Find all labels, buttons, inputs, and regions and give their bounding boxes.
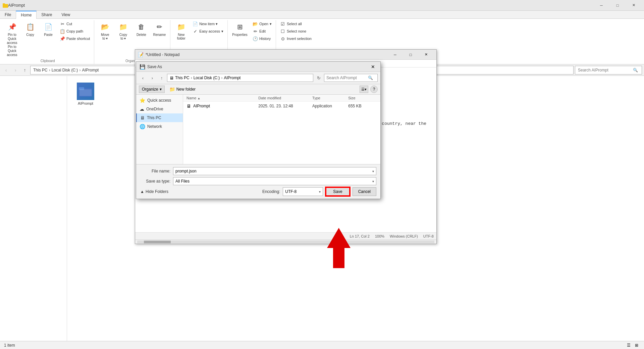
encoding-select[interactable]: UTF-8 ▾	[283, 187, 323, 196]
dialog-help-button[interactable]: ?	[370, 86, 378, 93]
dialog-nav-onedrive[interactable]: ☁ OneDrive	[136, 105, 183, 113]
tab-home[interactable]: Home	[16, 11, 37, 19]
dialog-search-box[interactable]: 🔍	[324, 74, 378, 82]
properties-button[interactable]: ⊞ Properties	[230, 20, 250, 38]
dialog-search-input[interactable]	[326, 76, 367, 80]
open-small-btns: 📂 Open ▾ ✏ Edit 🕐 History	[251, 20, 274, 42]
scrollbar-thumb[interactable]	[144, 241, 171, 243]
new-folder-dialog-button[interactable]: 📁 New folder	[167, 86, 198, 93]
save-as-icon: 💾	[140, 64, 145, 69]
minimize-button[interactable]: ─	[594, 1, 609, 10]
copy-to-button[interactable]: 📁 Copyto ▾	[114, 20, 132, 42]
dialog-path-local-disk[interactable]: Local Disk (C:)	[194, 76, 220, 80]
details-view-button[interactable]: ☰	[625, 342, 632, 349]
up-button[interactable]: ↑	[21, 66, 29, 74]
dialog-close-button[interactable]: ✕	[369, 63, 377, 71]
new-folder-icon: 📁	[176, 21, 186, 32]
dialog-up-button[interactable]: ↑	[158, 74, 166, 82]
history-button[interactable]: 🕐 History	[251, 35, 274, 42]
dialog-file-item[interactable]: 🖥 AIPrompt 2025. 01. 23. 12:48 Applicati…	[183, 102, 380, 110]
dialog-forward-button[interactable]: ›	[148, 74, 156, 82]
notepad-minimize-button[interactable]: ─	[387, 50, 403, 59]
close-button[interactable]: ✕	[626, 1, 641, 10]
aiprompt-folder-icon[interactable]: AIPrompt	[74, 83, 97, 105]
forward-button[interactable]: ›	[11, 66, 19, 74]
edit-button[interactable]: ✏ Edit	[251, 28, 274, 35]
cancel-button[interactable]: Cancel	[353, 187, 376, 196]
save-type-row: Save as type: All Files ▾	[140, 177, 376, 185]
dialog-file-type-cell: Application	[312, 104, 348, 108]
move-to-button[interactable]: 📂 Moveto ▾	[96, 20, 114, 42]
rename-button[interactable]: ✏ Rename	[151, 20, 168, 38]
path-aiprompt[interactable]: AIPrompt	[82, 68, 99, 72]
new-item-col: 📄 New item ▾ ✓ Easy access ▾	[191, 20, 225, 35]
col-type-header[interactable]: Type	[312, 96, 348, 100]
large-icon-view-button[interactable]: ⊞	[633, 342, 640, 349]
hide-folders-button[interactable]: ▲ Hide Folders	[140, 189, 168, 194]
paste-shortcut-icon: 📌	[60, 36, 65, 41]
col-size-header[interactable]: Size	[348, 96, 377, 100]
dialog-path-computer-icon: 🖥	[169, 76, 174, 81]
delete-button[interactable]: 🗑 Delete	[132, 20, 150, 38]
notepad-maximize-button[interactable]: □	[403, 50, 418, 59]
dialog-path-aiprompt[interactable]: AIPrompt	[224, 76, 240, 80]
scrollbar-track	[137, 241, 434, 243]
search-input[interactable]	[578, 68, 632, 72]
organize-button[interactable]: Organize ▾	[139, 86, 165, 93]
select-none-button[interactable]: ☐ Select none	[278, 28, 314, 35]
notepad-close-button[interactable]: ✕	[418, 50, 434, 59]
dialog-nav-quick-access[interactable]: ⭐ Quick access	[136, 96, 183, 105]
tab-file[interactable]: File	[0, 11, 16, 18]
paste-button[interactable]: 📄 Paste	[40, 20, 57, 38]
save-type-label: Save as type:	[140, 179, 170, 184]
dialog-path-this-pc[interactable]: This PC	[175, 76, 190, 80]
dialog-address-bar[interactable]: 🖥 This PC › Local Disk (C:) › AIPrompt	[167, 74, 313, 82]
paste-shortcut-button[interactable]: 📌 Paste shortcut	[58, 35, 92, 42]
col-name-header[interactable]: Name ▲	[186, 96, 258, 100]
delete-icon: 🗑	[136, 21, 147, 32]
copy-button[interactable]: 📋 Copy	[21, 20, 39, 38]
clipboard-label: Clipboard	[3, 58, 92, 64]
back-button[interactable]: ‹	[2, 66, 10, 74]
status-bar: 1 item ☰ ⊞	[0, 341, 644, 349]
save-button[interactable]: Save	[326, 187, 350, 196]
copy-path-button[interactable]: 📋 Copy path	[58, 28, 92, 35]
tab-share[interactable]: Share	[37, 11, 57, 18]
invert-selection-button[interactable]: ⊙ Invert selection	[278, 35, 314, 42]
file-item-icon: 🖥	[186, 103, 191, 109]
dialog-back-button[interactable]: ‹	[139, 74, 147, 82]
save-type-dropdown-arrow: ▾	[372, 180, 374, 183]
dialog-file-header: Name ▲ Date modified Type Size	[183, 95, 380, 102]
dialog-title-bar: 💾 Save As ✕	[136, 62, 380, 72]
notepad-scrollbar[interactable]	[135, 240, 436, 244]
dialog-file-date-cell: 2025. 01. 23. 12:48	[258, 104, 312, 108]
file-name-row: File name: prompt.json ▾	[140, 167, 376, 175]
pin-to-quick-button[interactable]: 📌 Pin to Quick access Pin to Quickaccess	[3, 20, 21, 58]
dialog-content: ⭐ Quick access ☁ OneDrive 🖥 This PC 🌐 Ne…	[136, 95, 380, 164]
notepad-encoding: UTF-8	[423, 234, 434, 238]
ribbon-tabs: File Home Share View	[0, 11, 644, 19]
dialog-nav-network[interactable]: 🌐 Network	[136, 122, 183, 131]
path-local-disk[interactable]: Local Disk (C:)	[52, 68, 78, 72]
select-all-button[interactable]: ☑ Select all	[278, 20, 314, 28]
dialog-nav-this-pc[interactable]: 🖥 This PC	[136, 113, 183, 122]
tab-view[interactable]: View	[57, 11, 75, 18]
clipboard-items: 📌 Pin to Quick access Pin to Quickaccess…	[3, 20, 92, 58]
search-box[interactable]: 🔍	[575, 66, 642, 74]
select-col: ☑ Select all ☐ Select none ⊙ Invert sele…	[278, 20, 314, 42]
dialog-refresh-button[interactable]: ↻	[315, 74, 323, 82]
clipboard-small-btns: ✂ Cut 📋 Copy path 📌 Paste shortcut	[58, 20, 92, 42]
new-item-button[interactable]: 📄 New item ▾	[191, 20, 225, 28]
easy-access-button[interactable]: ✓ Easy access ▾	[191, 28, 225, 35]
select-none-icon: ☐	[280, 29, 285, 34]
notepad-icon: 📝	[138, 52, 144, 57]
file-name-input[interactable]: prompt.json ▾	[173, 167, 376, 175]
dialog-view-button[interactable]: ☰▾	[360, 86, 368, 93]
col-date-header[interactable]: Date modified	[258, 96, 312, 100]
path-this-pc[interactable]: This PC	[33, 68, 48, 72]
cut-button[interactable]: ✂ Cut	[58, 20, 92, 28]
save-type-input[interactable]: All Files ▾	[173, 177, 376, 185]
open-small-button[interactable]: 📂 Open ▾	[251, 20, 274, 28]
new-folder-button[interactable]: 📁 Newfolder	[172, 20, 190, 42]
maximize-button[interactable]: □	[610, 1, 625, 10]
